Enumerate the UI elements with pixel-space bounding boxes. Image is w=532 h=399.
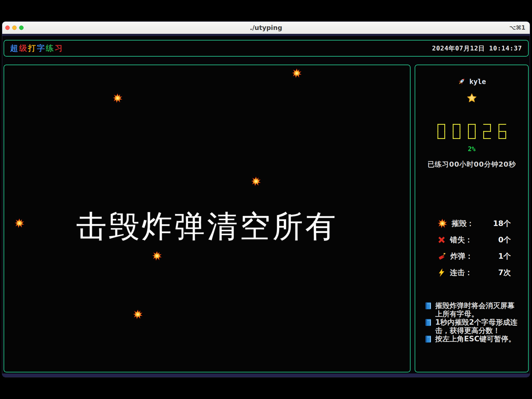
explosion-spark-icon [292, 68, 302, 78]
app-title: 超级打字练习 [10, 43, 64, 54]
game-area[interactable]: 击毁炸弹清空所有 [4, 65, 411, 372]
window-bottom-strip [2, 373, 530, 377]
explosion-spark-icon [133, 309, 143, 319]
lightning-icon [437, 268, 446, 277]
stat-row: 炸弹：1个 [437, 251, 511, 262]
screen: ./utyping ⌥⌘1 超级打字练习 2024年07月12日 10:14:3… [0, 0, 532, 399]
book-icon [425, 335, 432, 343]
score-digit [483, 123, 491, 140]
zoom-button[interactable] [19, 26, 24, 30]
tip-text: 按左上角ESC键可暂停。 [435, 335, 521, 343]
score-digit [437, 123, 445, 140]
dynamite-icon [437, 252, 446, 261]
stat-label: 连击： [450, 268, 472, 278]
window-title: ./utyping [250, 24, 282, 31]
practice-time: 已练习00小时00分钟20秒 [415, 160, 528, 169]
tip-row: 1秒内摧毁2个字母形成连击，获得更高分数！ [425, 318, 521, 335]
explosion-spark-icon [113, 93, 123, 103]
explosion-spark-icon [14, 218, 24, 228]
stat-value: 0个 [498, 235, 511, 245]
score-digit [498, 123, 506, 140]
score-display [415, 123, 528, 140]
stat-value: 18个 [493, 218, 511, 228]
stat-row: 连击：7次 [437, 267, 511, 278]
player-name: kyle [469, 78, 486, 86]
rocket-icon [457, 77, 466, 86]
stat-label: 错失： [450, 235, 472, 245]
app-title-char: 打 [28, 43, 37, 54]
tip-text: 1秒内摧毁2个字母形成连击，获得更高分数！ [435, 318, 521, 335]
accuracy-percent: 2% [415, 145, 528, 153]
app-title-char: 练 [46, 43, 55, 54]
stat-label: 摧毁： [452, 218, 474, 228]
player-row: kyle [415, 77, 528, 86]
tip-text: 摧毁炸弹时将会消灭屏幕上所有字母。 [435, 301, 521, 318]
book-icon [425, 302, 432, 310]
stat-value: 7次 [498, 268, 511, 278]
traffic-lights [5, 26, 24, 30]
datetime-display: 2024年07月12日 10:14:37 [432, 44, 522, 53]
tip-row: 摧毁炸弹时将会消灭屏幕上所有字母。 [425, 301, 521, 318]
sidebar-panel: kyle 2% 已练习00小时00分钟20秒 摧毁：18个错失：0个炸弹：1个连… [415, 65, 529, 372]
explosion-spark-icon [251, 176, 261, 186]
score-digit [452, 123, 461, 140]
app-title-char: 习 [55, 43, 64, 54]
stat-row: 摧毁：18个 [437, 218, 511, 229]
tip-row: 按左上角ESC键可暂停。 [425, 335, 521, 343]
window-shortcut-badge: ⌥⌘1 [509, 24, 525, 31]
score-digit [468, 123, 476, 140]
tips-list: 摧毁炸弹时将会消灭屏幕上所有字母。1秒内摧毁2个字母形成连击，获得更高分数！按左… [425, 301, 521, 343]
minimize-button[interactable] [12, 26, 17, 30]
window-top-strip [2, 34, 530, 36]
stat-label: 炸弹： [450, 251, 473, 261]
target-phrase: 击毁炸弹清空所有 [4, 206, 410, 247]
app-title-char: 级 [19, 43, 28, 54]
header-bar: 超级打字练习 2024年07月12日 10:14:37 [4, 40, 529, 57]
window-titlebar[interactable]: ./utyping ⌥⌘1 [2, 22, 530, 34]
close-button[interactable] [5, 26, 10, 30]
stat-value: 1个 [498, 251, 511, 261]
stat-row: 错失：0个 [437, 234, 511, 245]
explosion-icon [437, 218, 447, 228]
app-title-char: 字 [37, 43, 46, 54]
star-icon [467, 93, 477, 103]
explosion-spark-icon [152, 251, 162, 261]
star-row [415, 93, 528, 103]
app-title-char: 超 [10, 43, 19, 54]
book-icon [425, 319, 432, 326]
stats-list: 摧毁：18个错失：0个炸弹：1个连击：7次 [437, 218, 511, 278]
cross-icon [437, 236, 446, 244]
